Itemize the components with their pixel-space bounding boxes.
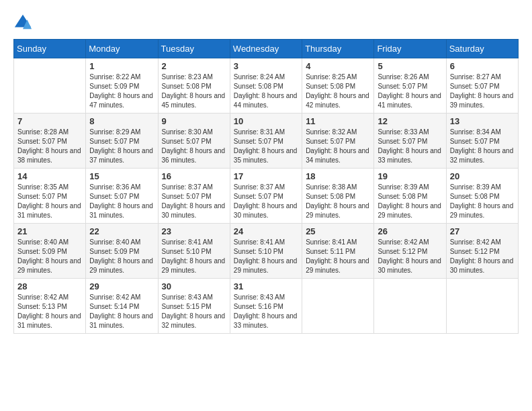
- day-info: Sunrise: 8:23 AMSunset: 5:08 PMDaylight:…: [162, 73, 226, 110]
- calendar-cell: 16Sunrise: 8:37 AMSunset: 5:07 PMDayligh…: [158, 169, 230, 224]
- calendar-week-row: 28Sunrise: 8:42 AMSunset: 5:13 PMDayligh…: [14, 279, 519, 334]
- day-number: 18: [306, 171, 370, 181]
- day-number: 23: [162, 226, 226, 236]
- day-info: Sunrise: 8:22 AMSunset: 5:09 PMDaylight:…: [89, 73, 154, 110]
- day-number: 2: [162, 61, 226, 71]
- logo: [13, 13, 35, 32]
- day-number: 27: [450, 226, 515, 236]
- day-info: Sunrise: 8:42 AMSunset: 5:14 PMDaylight:…: [89, 293, 154, 330]
- calendar-cell: 26Sunrise: 8:42 AMSunset: 5:12 PMDayligh…: [374, 224, 446, 279]
- day-number: 30: [162, 281, 226, 291]
- day-info: Sunrise: 8:43 AMSunset: 5:15 PMDaylight:…: [162, 293, 226, 330]
- day-of-week-header: Wednesday: [230, 40, 302, 58]
- calendar-cell: 15Sunrise: 8:36 AMSunset: 5:07 PMDayligh…: [86, 169, 158, 224]
- day-number: 14: [17, 171, 82, 181]
- day-info: Sunrise: 8:41 AMSunset: 5:10 PMDaylight:…: [162, 238, 226, 275]
- calendar-week-row: 7Sunrise: 8:28 AMSunset: 5:07 PMDaylight…: [14, 113, 519, 169]
- day-info: Sunrise: 8:34 AMSunset: 5:07 PMDaylight:…: [450, 128, 515, 165]
- calendar-cell: 18Sunrise: 8:38 AMSunset: 5:08 PMDayligh…: [302, 169, 374, 224]
- day-info: Sunrise: 8:27 AMSunset: 5:07 PMDaylight:…: [450, 73, 515, 110]
- day-info: Sunrise: 8:39 AMSunset: 5:08 PMDaylight:…: [450, 183, 515, 220]
- day-of-week-header: Tuesday: [158, 40, 230, 58]
- day-info: Sunrise: 8:26 AMSunset: 5:07 PMDaylight:…: [378, 73, 442, 110]
- calendar-cell: [446, 279, 518, 334]
- calendar-cell: 25Sunrise: 8:41 AMSunset: 5:11 PMDayligh…: [302, 224, 374, 279]
- day-number: 8: [89, 116, 154, 126]
- calendar-cell: 10Sunrise: 8:31 AMSunset: 5:07 PMDayligh…: [230, 113, 302, 169]
- calendar-cell: 7Sunrise: 8:28 AMSunset: 5:07 PMDaylight…: [14, 113, 86, 169]
- day-number: 17: [234, 171, 298, 181]
- day-number: 19: [378, 171, 442, 181]
- calendar-table: SundayMondayTuesdayWednesdayThursdayFrid…: [13, 39, 519, 334]
- day-info: Sunrise: 8:36 AMSunset: 5:07 PMDaylight:…: [89, 183, 154, 220]
- day-info: Sunrise: 8:43 AMSunset: 5:16 PMDaylight:…: [234, 293, 298, 330]
- day-info: Sunrise: 8:37 AMSunset: 5:07 PMDaylight:…: [234, 183, 298, 220]
- calendar-cell: 13Sunrise: 8:34 AMSunset: 5:07 PMDayligh…: [446, 113, 518, 169]
- calendar-cell: 24Sunrise: 8:41 AMSunset: 5:10 PMDayligh…: [230, 224, 302, 279]
- calendar-cell: 6Sunrise: 8:27 AMSunset: 5:07 PMDaylight…: [446, 58, 518, 113]
- day-number: 20: [450, 171, 515, 181]
- day-of-week-header: Saturday: [446, 40, 518, 58]
- day-info: Sunrise: 8:41 AMSunset: 5:10 PMDaylight:…: [234, 238, 298, 275]
- calendar-week-row: 1Sunrise: 8:22 AMSunset: 5:09 PMDaylight…: [14, 58, 519, 113]
- day-number: 5: [378, 61, 442, 71]
- calendar-cell: 9Sunrise: 8:30 AMSunset: 5:07 PMDaylight…: [158, 113, 230, 169]
- calendar-cell: 4Sunrise: 8:25 AMSunset: 5:08 PMDaylight…: [302, 58, 374, 113]
- day-of-week-header: Sunday: [14, 40, 86, 58]
- day-info: Sunrise: 8:42 AMSunset: 5:13 PMDaylight:…: [17, 293, 82, 330]
- calendar-cell: 30Sunrise: 8:43 AMSunset: 5:15 PMDayligh…: [158, 279, 230, 334]
- calendar-cell: [14, 58, 86, 113]
- day-info: Sunrise: 8:25 AMSunset: 5:08 PMDaylight:…: [306, 73, 370, 110]
- day-number: 31: [234, 281, 298, 291]
- day-number: 1: [89, 61, 154, 71]
- calendar-cell: 27Sunrise: 8:42 AMSunset: 5:12 PMDayligh…: [446, 224, 518, 279]
- day-number: 12: [378, 116, 442, 126]
- day-number: 9: [162, 116, 226, 126]
- calendar-cell: 8Sunrise: 8:29 AMSunset: 5:07 PMDaylight…: [86, 113, 158, 169]
- day-of-week-header: Monday: [86, 40, 158, 58]
- day-info: Sunrise: 8:32 AMSunset: 5:07 PMDaylight:…: [306, 128, 370, 165]
- day-info: Sunrise: 8:30 AMSunset: 5:07 PMDaylight:…: [162, 128, 226, 165]
- logo-icon: [13, 13, 32, 32]
- day-number: 26: [378, 226, 442, 236]
- day-info: Sunrise: 8:42 AMSunset: 5:12 PMDaylight:…: [450, 238, 515, 275]
- calendar-cell: 20Sunrise: 8:39 AMSunset: 5:08 PMDayligh…: [446, 169, 518, 224]
- day-info: Sunrise: 8:40 AMSunset: 5:09 PMDaylight:…: [17, 238, 82, 275]
- calendar-cell: 23Sunrise: 8:41 AMSunset: 5:10 PMDayligh…: [158, 224, 230, 279]
- day-number: 15: [89, 171, 154, 181]
- day-info: Sunrise: 8:37 AMSunset: 5:07 PMDaylight:…: [162, 183, 226, 220]
- calendar-cell: 2Sunrise: 8:23 AMSunset: 5:08 PMDaylight…: [158, 58, 230, 113]
- calendar-cell: 3Sunrise: 8:24 AMSunset: 5:08 PMDaylight…: [230, 58, 302, 113]
- calendar-cell: 21Sunrise: 8:40 AMSunset: 5:09 PMDayligh…: [14, 224, 86, 279]
- day-number: 21: [17, 226, 82, 236]
- calendar-cell: 12Sunrise: 8:33 AMSunset: 5:07 PMDayligh…: [374, 113, 446, 169]
- day-number: 7: [17, 116, 82, 126]
- calendar-cell: 29Sunrise: 8:42 AMSunset: 5:14 PMDayligh…: [86, 279, 158, 334]
- calendar-cell: 31Sunrise: 8:43 AMSunset: 5:16 PMDayligh…: [230, 279, 302, 334]
- day-number: 4: [306, 61, 370, 71]
- day-number: 29: [89, 281, 154, 291]
- day-info: Sunrise: 8:42 AMSunset: 5:12 PMDaylight:…: [378, 238, 442, 275]
- day-info: Sunrise: 8:35 AMSunset: 5:07 PMDaylight:…: [17, 183, 82, 220]
- calendar-cell: 22Sunrise: 8:40 AMSunset: 5:09 PMDayligh…: [86, 224, 158, 279]
- day-info: Sunrise: 8:28 AMSunset: 5:07 PMDaylight:…: [17, 128, 82, 165]
- day-info: Sunrise: 8:41 AMSunset: 5:11 PMDaylight:…: [306, 238, 370, 275]
- day-info: Sunrise: 8:40 AMSunset: 5:09 PMDaylight:…: [89, 238, 154, 275]
- day-info: Sunrise: 8:39 AMSunset: 5:08 PMDaylight:…: [378, 183, 442, 220]
- calendar-cell: 5Sunrise: 8:26 AMSunset: 5:07 PMDaylight…: [374, 58, 446, 113]
- calendar-cell: 11Sunrise: 8:32 AMSunset: 5:07 PMDayligh…: [302, 113, 374, 169]
- calendar-cell: 19Sunrise: 8:39 AMSunset: 5:08 PMDayligh…: [374, 169, 446, 224]
- calendar-cell: [374, 279, 446, 334]
- day-number: 24: [234, 226, 298, 236]
- calendar-cell: [302, 279, 374, 334]
- calendar-cell: 1Sunrise: 8:22 AMSunset: 5:09 PMDaylight…: [86, 58, 158, 113]
- day-number: 10: [234, 116, 298, 126]
- calendar-cell: 28Sunrise: 8:42 AMSunset: 5:13 PMDayligh…: [14, 279, 86, 334]
- day-number: 16: [162, 171, 226, 181]
- calendar-week-row: 21Sunrise: 8:40 AMSunset: 5:09 PMDayligh…: [14, 224, 519, 279]
- day-of-week-header: Friday: [374, 40, 446, 58]
- day-info: Sunrise: 8:38 AMSunset: 5:08 PMDaylight:…: [306, 183, 370, 220]
- calendar-header-row: SundayMondayTuesdayWednesdayThursdayFrid…: [14, 40, 519, 58]
- day-number: 3: [234, 61, 298, 71]
- day-info: Sunrise: 8:29 AMSunset: 5:07 PMDaylight:…: [89, 128, 154, 165]
